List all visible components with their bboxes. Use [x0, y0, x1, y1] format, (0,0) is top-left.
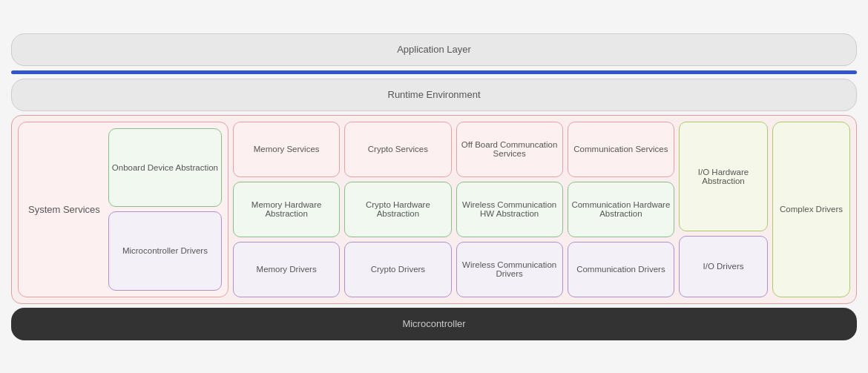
io-hw-abstraction: I/O Hardware Abstraction — [679, 122, 768, 231]
onboard-device-abstraction: Onboard Device Abstraction — [108, 128, 222, 208]
memory-services: Memory Services — [233, 122, 340, 177]
crypto-hw-abstraction: Crypto Hardware Abstraction — [344, 182, 451, 237]
crypto-services: Crypto Services — [344, 122, 451, 177]
microcontroller-band: Microcontroller — [11, 308, 857, 340]
mid-row: Memory Hardware Abstraction Crypto Hardw… — [233, 182, 674, 237]
blue-separator — [11, 70, 857, 74]
wireless-comm-hw-abstraction: Wireless Communication HW Abstraction — [456, 182, 563, 237]
bot-row: Memory Drivers Crypto Drivers Wireless C… — [233, 242, 674, 297]
diagram: Application Layer Runtime Environment Sy… — [11, 33, 857, 340]
complex-drivers-column: Complex Drivers — [772, 122, 850, 297]
top-row: Memory Services Crypto Services Off Boar… — [233, 122, 674, 177]
comm-hw-abstraction: Communication Hardware Abstraction — [568, 182, 674, 237]
microcontroller-label: Microcontroller — [402, 318, 465, 329]
system-services-container: System Services Onboard Device Abstracti… — [18, 122, 228, 297]
app-layer-label: Application Layer — [397, 44, 471, 55]
app-layer-band: Application Layer — [11, 33, 857, 66]
memory-drivers: Memory Drivers — [233, 242, 340, 297]
io-hw-column: I/O Hardware Abstraction I/O Drivers — [679, 122, 768, 297]
comm-services: Communication Services — [568, 122, 674, 177]
memory-hw-abstraction: Memory Hardware Abstraction — [233, 182, 340, 237]
runtime-label: Runtime Environment — [388, 89, 481, 100]
io-drivers: I/O Drivers — [679, 236, 768, 297]
middle-columns: Memory Services Crypto Services Off Boar… — [233, 122, 674, 297]
crypto-drivers: Crypto Drivers — [344, 242, 451, 297]
system-services-label: System Services — [24, 128, 104, 291]
complex-drivers: Complex Drivers — [772, 122, 850, 297]
system-services-sub: Onboard Device Abstraction Microcontroll… — [108, 128, 222, 291]
wireless-comm-drivers: Wireless Communication Drivers — [456, 242, 563, 297]
runtime-band: Runtime Environment — [11, 79, 857, 111]
offboard-comm-services: Off Board Communcation Services — [456, 122, 563, 177]
microcontroller-drivers: Microcontroller Drivers — [108, 211, 222, 291]
main-zone: System Services Onboard Device Abstracti… — [11, 115, 857, 304]
comm-drivers: Communication Drivers — [568, 242, 674, 297]
